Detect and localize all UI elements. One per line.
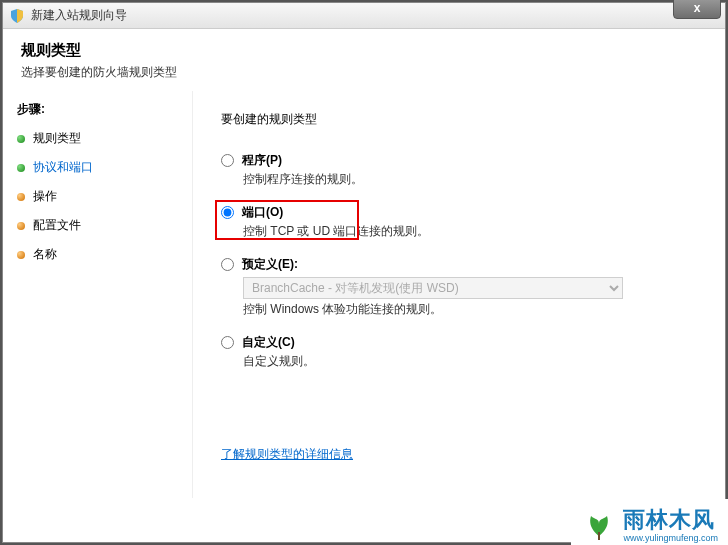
window-title: 新建入站规则向导 xyxy=(31,7,127,24)
watermark-en: www.yulingmufeng.com xyxy=(623,533,718,543)
header: 规则类型 选择要创建的防火墙规则类型 xyxy=(3,29,725,91)
page-title: 规则类型 xyxy=(21,41,707,60)
step-label: 名称 xyxy=(33,246,57,263)
radio-label-predefined[interactable]: 预定义(E): xyxy=(221,256,697,273)
predefined-dropdown-wrap: BranchCache - 对等机发现(使用 WSD) xyxy=(243,277,623,299)
radio-custom[interactable] xyxy=(221,336,234,349)
option-desc: 控制 Windows 体验功能连接的规则。 xyxy=(243,301,697,318)
step-protocol-port[interactable]: 协议和端口 xyxy=(17,159,178,176)
step-label: 协议和端口 xyxy=(33,159,93,176)
main-panel: 要创建的规则类型 程序(P) 控制程序连接的规则。 端口(O) 控制 TCP 或… xyxy=(193,91,725,498)
option-desc: 控制程序连接的规则。 xyxy=(243,171,697,188)
option-desc: 自定义规则。 xyxy=(243,353,697,370)
step-label: 配置文件 xyxy=(33,217,81,234)
titlebar: 新建入站规则向导 x xyxy=(3,3,725,29)
radio-predefined[interactable] xyxy=(221,258,234,271)
desc-part-b: 端口连接的规则。 xyxy=(330,224,429,238)
option-title: 端口(O) xyxy=(242,204,283,221)
learn-more-link[interactable]: 了解规则类型的详细信息 xyxy=(221,446,353,463)
radio-program[interactable] xyxy=(221,154,234,167)
leaf-icon xyxy=(581,506,617,542)
wizard-window: 新建入站规则向导 x 规则类型 选择要创建的防火墙规则类型 步骤: 规则类型 协… xyxy=(2,2,726,543)
radio-label-program[interactable]: 程序(P) xyxy=(221,152,697,169)
option-predefined: 预定义(E): BranchCache - 对等机发现(使用 WSD) 控制 W… xyxy=(221,256,697,318)
option-port: 端口(O) 控制 TCP 或 UD 端口连接的规则。 xyxy=(221,204,697,240)
watermark-text: 雨林木风 www.yulingmufeng.com xyxy=(623,505,718,543)
watermark-cn: 雨林木风 xyxy=(623,507,715,532)
step-rule-type[interactable]: 规则类型 xyxy=(17,130,178,147)
prompt-text: 要创建的规则类型 xyxy=(221,111,697,128)
steps-label: 步骤: xyxy=(17,101,178,118)
bullet-icon xyxy=(17,135,25,143)
step-name[interactable]: 名称 xyxy=(17,246,178,263)
bullet-icon xyxy=(17,193,25,201)
option-custom: 自定义(C) 自定义规则。 xyxy=(221,334,697,370)
option-title: 自定义(C) xyxy=(242,334,295,351)
step-label: 规则类型 xyxy=(33,130,81,147)
option-program: 程序(P) 控制程序连接的规则。 xyxy=(221,152,697,188)
option-desc: 控制 TCP 或 UD 端口连接的规则。 xyxy=(243,223,697,240)
bullet-icon xyxy=(17,222,25,230)
option-title: 程序(P) xyxy=(242,152,282,169)
step-action[interactable]: 操作 xyxy=(17,188,178,205)
radio-port[interactable] xyxy=(221,206,234,219)
option-title: 预定义(E): xyxy=(242,256,298,273)
svg-rect-0 xyxy=(598,532,600,540)
watermark: 雨林木风 www.yulingmufeng.com xyxy=(571,499,728,545)
predefined-dropdown[interactable]: BranchCache - 对等机发现(使用 WSD) xyxy=(243,277,623,299)
bullet-icon xyxy=(17,164,25,172)
bullet-icon xyxy=(17,251,25,259)
close-button[interactable]: x xyxy=(673,0,721,19)
step-label: 操作 xyxy=(33,188,57,205)
steps-sidebar: 步骤: 规则类型 协议和端口 操作 配置文件 名称 xyxy=(3,91,193,498)
radio-label-custom[interactable]: 自定义(C) xyxy=(221,334,697,351)
shield-icon xyxy=(9,8,25,24)
desc-part-a: 控制 TCP 或 UD xyxy=(243,224,330,238)
radio-label-port[interactable]: 端口(O) xyxy=(221,204,697,221)
page-subtitle: 选择要创建的防火墙规则类型 xyxy=(21,64,707,81)
step-profile[interactable]: 配置文件 xyxy=(17,217,178,234)
